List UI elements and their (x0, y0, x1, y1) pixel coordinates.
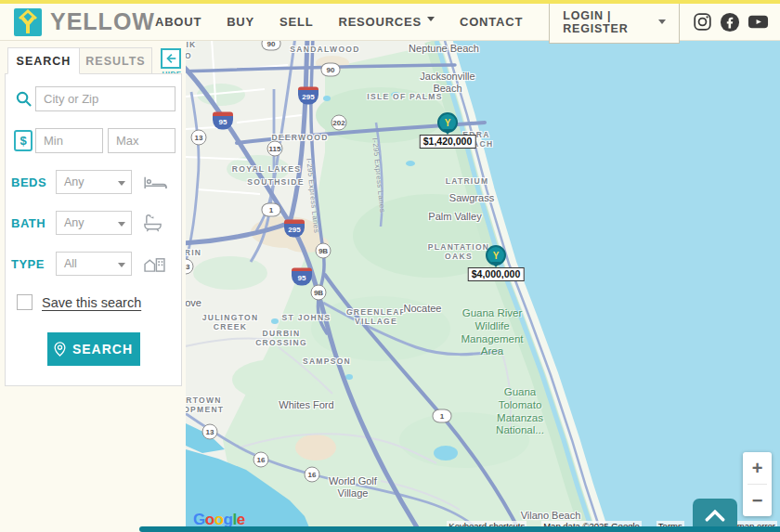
facebook-icon[interactable] (720, 12, 740, 32)
price-min-input[interactable] (35, 128, 103, 153)
bath-value: Any (64, 216, 84, 229)
save-search-checkbox[interactable] (17, 294, 32, 310)
sidebar-tab[interactable]: RESULTS (80, 47, 152, 74)
main-nav: ABOUTBUYSELLRESOURCESCONTACT (155, 15, 523, 29)
login-register-label: LOGIN | REGISTER (563, 9, 649, 35)
site-logo[interactable]: YELLOW (13, 7, 155, 37)
search-button-label: SEARCH (72, 342, 133, 357)
bottom-accent-bar (139, 526, 780, 532)
nav-link[interactable]: ABOUT (155, 15, 202, 29)
save-search-label: Save this search (42, 295, 141, 310)
search-icon (11, 90, 35, 108)
price-label: $4,000,000 (468, 267, 525, 281)
search-panel: $ BEDS Any BATH Any (5, 73, 182, 386)
zoom-in-button[interactable]: + (743, 452, 772, 484)
sidebar-tab[interactable]: SEARCH (7, 47, 80, 74)
page: YELLOW ABOUTBUYSELLRESOURCESCONTACT LOGI… (0, 0, 780, 532)
beds-select[interactable]: Any (56, 170, 132, 194)
brand-name: YELLOW (50, 8, 155, 35)
pin-glyph: Y (445, 118, 451, 128)
top-accent-bar (0, 0, 780, 4)
pin-glyph: Y (493, 251, 500, 261)
nav-link[interactable]: RESOURCES (338, 15, 435, 29)
type-value: All (64, 257, 77, 270)
city-zip-input[interactable] (35, 86, 176, 111)
bath-select[interactable]: Any (56, 211, 132, 235)
price-max-input[interactable] (108, 128, 176, 153)
chevron-down-icon (658, 19, 666, 28)
nav-link[interactable]: BUY (227, 15, 254, 29)
yellow-house-logo-icon (13, 7, 43, 37)
chevron-up-icon (705, 510, 725, 522)
type-row: TYPE All (11, 252, 176, 276)
type-select[interactable]: All (56, 252, 132, 276)
map-canvas[interactable]: IKOSANDALWOODNeptune BeachJacksonvilleBe… (186, 41, 780, 532)
nav-link[interactable]: SELL (280, 15, 313, 29)
zoom-out-button[interactable]: − (743, 485, 772, 516)
map-pin-icon[interactable]: Y (486, 245, 506, 266)
instagram-icon[interactable] (693, 12, 712, 32)
bed-icon (143, 175, 168, 190)
sidebar-tabs: SEARCHRESULTS (7, 47, 152, 74)
beds-row: BEDS Any (11, 170, 176, 194)
beds-value: Any (64, 175, 84, 188)
location-pin-icon (54, 342, 66, 357)
beds-label: BEDS (11, 175, 56, 189)
search-sidebar: SEARCHRESULTS HIDE $ BEDS (0, 41, 186, 532)
price-row: $ (11, 128, 176, 153)
chevron-down-icon (118, 181, 125, 189)
map-pin-icon[interactable]: Y (437, 112, 458, 133)
city-zip-row (11, 86, 176, 111)
arrow-left-icon (161, 48, 181, 69)
bath-row: BATH Any (11, 211, 176, 235)
property-marker[interactable]: Y $1,420,000 (437, 112, 458, 133)
dollar-icon: $ (11, 130, 35, 151)
property-marker[interactable]: Y $4,000,000 (486, 245, 506, 266)
bath-icon (143, 214, 162, 232)
map-zoom-control: + − (743, 452, 772, 516)
youtube-icon[interactable] (748, 11, 769, 32)
login-register-button[interactable]: LOGIN | REGISTER (549, 1, 680, 44)
search-button[interactable]: SEARCH (47, 332, 140, 366)
save-search-row: Save this search (17, 294, 176, 310)
price-label: $1,420,000 (420, 135, 476, 149)
nav-link[interactable]: CONTACT (460, 15, 523, 29)
type-label: TYPE (11, 257, 56, 271)
social-links (693, 11, 769, 32)
bath-label: BATH (11, 216, 56, 230)
chevron-down-icon (118, 263, 125, 271)
map-markers-layer: Y $1,420,000 Y $4,000,000 (186, 41, 780, 532)
chevron-down-icon (118, 222, 125, 230)
site-header: YELLOW ABOUTBUYSELLRESOURCESCONTACT LOGI… (0, 4, 780, 41)
building-icon (143, 255, 166, 273)
